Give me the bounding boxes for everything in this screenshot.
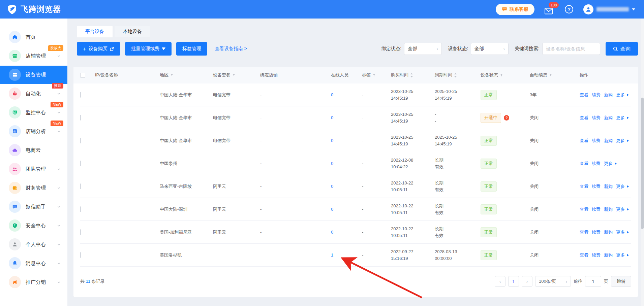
renew-link[interactable]: 续费 bbox=[592, 252, 601, 258]
sidebar-item-monitor[interactable]: 监控中心NEW bbox=[0, 105, 67, 120]
sidebar-item-person[interactable]: 个人中心 bbox=[0, 237, 67, 252]
prev-page-button[interactable]: ‹ bbox=[495, 276, 505, 287]
filter-icon[interactable] bbox=[232, 73, 236, 77]
batch-renew-button[interactable]: 批量管理续费 bbox=[125, 42, 172, 56]
view-link[interactable]: 查看 bbox=[580, 138, 588, 144]
renew-link[interactable]: 续费 bbox=[592, 229, 601, 235]
new-buy-link[interactable]: 新购 bbox=[604, 229, 613, 235]
view-link[interactable]: 查看 bbox=[580, 161, 588, 167]
new-buy-link[interactable]: 新购 bbox=[604, 183, 613, 190]
sidebar-item-megaphone[interactable]: 推广分销 bbox=[0, 274, 67, 290]
filter-icon[interactable] bbox=[549, 73, 552, 77]
user-menu[interactable] bbox=[583, 4, 635, 14]
row-checkbox[interactable] bbox=[80, 115, 81, 121]
renew-link[interactable]: 续费 bbox=[592, 92, 601, 98]
sort-icon[interactable] bbox=[410, 73, 413, 77]
renew-link[interactable]: 续费 bbox=[592, 206, 601, 212]
online-count-link[interactable]: 0 bbox=[331, 207, 333, 212]
more-link[interactable]: 更多 bbox=[616, 138, 625, 144]
status-help-icon[interactable]: ? bbox=[504, 115, 509, 121]
new-buy-link[interactable]: 新购 bbox=[604, 252, 613, 258]
online-count-link[interactable]: 1 bbox=[331, 252, 333, 258]
operations-cell: 查看续费新购更多 bbox=[580, 206, 631, 212]
sidebar-item-cloud[interactable]: 电商云 bbox=[0, 142, 67, 158]
sidebar-item-team[interactable]: 团队管理 bbox=[0, 161, 67, 177]
view-link[interactable]: 查看 bbox=[580, 183, 588, 190]
goto-page-input[interactable] bbox=[585, 276, 601, 287]
filter-icon[interactable] bbox=[500, 73, 503, 77]
filter-icon[interactable] bbox=[372, 73, 376, 77]
device-status-select[interactable]: 全部 › bbox=[471, 43, 509, 55]
row-checkbox[interactable] bbox=[80, 252, 81, 258]
online-count-link[interactable]: 0 bbox=[331, 115, 333, 120]
view-link[interactable]: 查看 bbox=[580, 115, 588, 121]
auto-renew-cell: 关闭 bbox=[530, 161, 580, 167]
more-link[interactable]: 更多 bbox=[604, 161, 613, 167]
filter-icon[interactable] bbox=[170, 73, 174, 77]
page-number-button[interactable]: 1 bbox=[508, 276, 519, 287]
search-button[interactable]: 查询 bbox=[606, 42, 638, 56]
page-size-select[interactable]: 100条/页 › bbox=[535, 276, 571, 287]
online-count-link[interactable]: 0 bbox=[331, 230, 333, 235]
online-count-link[interactable]: 0 bbox=[331, 161, 333, 166]
row-checkbox[interactable] bbox=[80, 183, 81, 189]
tab-platform-devices[interactable]: 平台设备 bbox=[77, 26, 113, 37]
renew-link[interactable]: 续费 bbox=[592, 138, 601, 144]
sidebar-item-finance[interactable]: 财务管理 bbox=[0, 180, 67, 196]
column-header-expire: 到期时间 bbox=[435, 72, 481, 78]
renew-link[interactable]: 续费 bbox=[592, 115, 601, 121]
next-page-button[interactable]: › bbox=[522, 276, 532, 287]
buy-device-button[interactable]: + 设备购买 bbox=[77, 42, 120, 56]
pagination: ‹ 1 › 100条/页 › 前往 页 跳转 bbox=[495, 276, 631, 287]
renew-link[interactable]: 续费 bbox=[592, 183, 601, 190]
new-buy-link[interactable]: 新购 bbox=[604, 138, 613, 144]
row-checkbox[interactable] bbox=[80, 206, 81, 212]
online-count-link[interactable]: 0 bbox=[331, 138, 333, 143]
more-link[interactable]: 更多 bbox=[616, 115, 625, 121]
more-link[interactable]: 更多 bbox=[616, 229, 625, 235]
vertical-scrollbar[interactable] bbox=[641, 19, 644, 306]
sidebar-item-bell[interactable]: 消息中心 bbox=[0, 256, 67, 271]
new-buy-link[interactable]: 新购 bbox=[604, 206, 613, 212]
row-checkbox[interactable] bbox=[80, 92, 81, 98]
row-checkbox[interactable] bbox=[80, 138, 81, 143]
view-link[interactable]: 查看 bbox=[580, 252, 588, 258]
online-count-link[interactable]: 0 bbox=[331, 92, 333, 97]
sidebar-item-shop[interactable]: 店铺管理发放大 bbox=[0, 48, 67, 64]
more-arrow-icon bbox=[627, 254, 629, 257]
new-buy-link[interactable]: 新购 bbox=[604, 115, 613, 121]
more-link[interactable]: 更多 bbox=[616, 252, 625, 258]
view-link[interactable]: 查看 bbox=[580, 206, 588, 212]
view-link[interactable]: 查看 bbox=[580, 229, 588, 235]
online-count-link[interactable]: 0 bbox=[331, 184, 333, 189]
contact-support-button[interactable]: 联系客服 bbox=[496, 4, 534, 15]
sidebar-item-home[interactable]: 首页 bbox=[0, 29, 67, 45]
online-count-cell: 0 bbox=[331, 207, 362, 212]
sidebar-item-analysis[interactable]: 店铺分析NEW bbox=[0, 124, 67, 139]
more-link[interactable]: 更多 bbox=[616, 206, 625, 212]
keyword-input[interactable] bbox=[542, 43, 600, 55]
more-link[interactable]: 更多 bbox=[616, 183, 625, 190]
sidebar-item-robot[interactable]: 自动化推荐 bbox=[0, 86, 67, 101]
tab-local-devices[interactable]: 本地设备 bbox=[115, 26, 150, 37]
bind-status-select[interactable]: 全部 › bbox=[404, 43, 442, 55]
more-link[interactable]: 更多 bbox=[616, 92, 625, 98]
device-guide-link[interactable]: 查看设备指南 > bbox=[215, 46, 247, 52]
renew-link[interactable]: 续费 bbox=[592, 161, 601, 167]
help-button[interactable]: ? bbox=[565, 5, 573, 13]
tag-manage-button[interactable]: 标签管理 bbox=[176, 42, 207, 56]
row-checkbox[interactable] bbox=[80, 161, 81, 166]
new-buy-link[interactable]: 新购 bbox=[604, 92, 613, 98]
view-link[interactable]: 查看 bbox=[580, 92, 588, 98]
select-all-checkbox[interactable] bbox=[80, 73, 85, 78]
sidebar-item-device[interactable]: 设备管理 bbox=[0, 66, 67, 84]
more-arrow-icon bbox=[627, 139, 629, 142]
buy-time-cell: 2023-10-2514:45:19 bbox=[391, 88, 435, 101]
mail-button[interactable]: 108 bbox=[545, 4, 555, 14]
sidebar-item-security[interactable]: 安全中心 bbox=[0, 218, 67, 233]
row-checkbox[interactable] bbox=[80, 229, 81, 235]
jump-button[interactable]: 跳转 bbox=[611, 276, 631, 287]
scrollbar-thumb[interactable] bbox=[641, 98, 644, 229]
sidebar-item-sms[interactable]: 短信助手 bbox=[0, 199, 67, 214]
sort-icon[interactable] bbox=[454, 73, 457, 77]
